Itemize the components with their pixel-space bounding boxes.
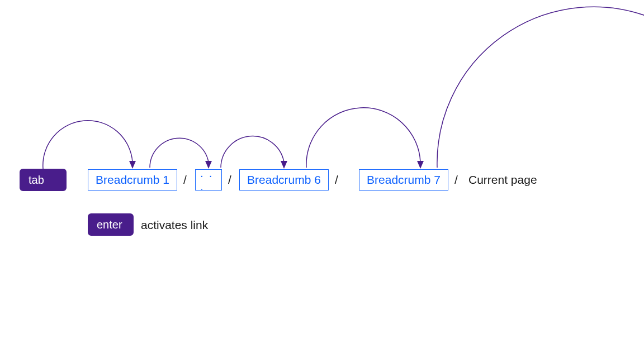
breadcrumb-overflow-button[interactable]: . . . [195, 169, 222, 190]
breadcrumb-separator: / [228, 173, 231, 187]
breadcrumb-separator: / [454, 173, 458, 187]
breadcrumb-link-7[interactable]: Breadcrumb 7 [359, 169, 448, 190]
tab-key-badge: tab [20, 169, 67, 191]
enter-key-description: activates link [141, 218, 208, 232]
breadcrumb-keyboard-diagram: tab Breadcrumb 1 / . . . / Breadcrumb 6 … [0, 0, 644, 362]
breadcrumb-link-1[interactable]: Breadcrumb 1 [88, 169, 177, 190]
breadcrumb-separator: / [183, 173, 187, 187]
enter-key-badge: enter [88, 213, 134, 236]
breadcrumb-link-6[interactable]: Breadcrumb 6 [239, 169, 329, 190]
breadcrumb-current-page: Current page [468, 173, 537, 187]
breadcrumb-separator: / [335, 173, 338, 187]
